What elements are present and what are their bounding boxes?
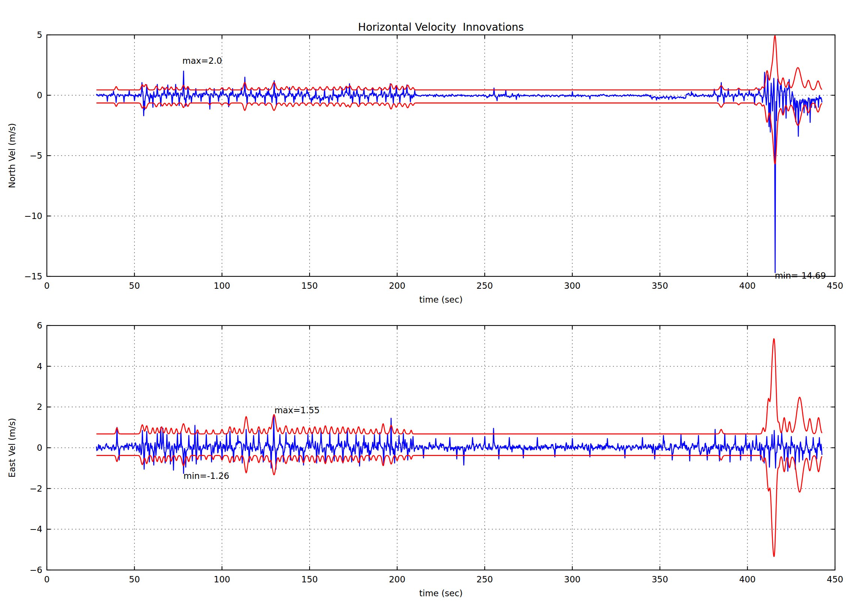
svg-text:450: 450 bbox=[827, 575, 843, 584]
svg-text:−5: −5 bbox=[29, 151, 42, 160]
svg-text:−10: −10 bbox=[24, 211, 42, 221]
svg-text:250: 250 bbox=[476, 575, 493, 584]
svg-text:200: 200 bbox=[389, 575, 406, 584]
svg-text:0: 0 bbox=[44, 281, 50, 291]
svg-text:−6: −6 bbox=[29, 565, 42, 575]
svg-text:200: 200 bbox=[389, 281, 406, 291]
svg-text:150: 150 bbox=[301, 281, 318, 291]
svg-text:100: 100 bbox=[214, 281, 230, 291]
east-annotation-max: max=1.55 bbox=[274, 405, 320, 415]
svg-text:5: 5 bbox=[37, 30, 42, 40]
north-annotation-max: max=2.0 bbox=[183, 56, 222, 65]
svg-text:400: 400 bbox=[739, 281, 756, 291]
svg-text:4: 4 bbox=[37, 362, 42, 371]
north-xaxis-label: time (sec) bbox=[419, 295, 463, 304]
svg-text:−2: −2 bbox=[29, 484, 42, 494]
svg-text:2: 2 bbox=[37, 402, 42, 412]
svg-text:50: 50 bbox=[129, 575, 140, 584]
svg-text:350: 350 bbox=[652, 575, 668, 584]
svg-text:50: 50 bbox=[129, 281, 140, 291]
east-yaxis-label: East Vel (m/s) bbox=[7, 418, 17, 478]
svg-text:300: 300 bbox=[564, 281, 581, 291]
svg-text:−4: −4 bbox=[29, 524, 42, 534]
svg-text:300: 300 bbox=[564, 575, 581, 584]
svg-text:250: 250 bbox=[476, 281, 493, 291]
figure-background bbox=[0, 0, 868, 609]
svg-text:0: 0 bbox=[44, 575, 50, 584]
svg-text:350: 350 bbox=[652, 281, 668, 291]
svg-text:400: 400 bbox=[739, 575, 756, 584]
horizontal-velocity-innovations-chart: 05010015020025030035040045050−5−10−15tim… bbox=[0, 0, 868, 609]
east-xaxis-label: time (sec) bbox=[419, 588, 463, 598]
chart-title: Horizontal Velocity Innovations bbox=[358, 21, 524, 33]
svg-text:100: 100 bbox=[214, 575, 230, 584]
svg-text:0: 0 bbox=[37, 443, 42, 453]
svg-text:6: 6 bbox=[37, 321, 42, 330]
east-annotation-min: min=-1.26 bbox=[184, 471, 229, 481]
svg-text:0: 0 bbox=[37, 90, 42, 100]
figure: 05010015020025030035040045050−5−10−15tim… bbox=[0, 0, 868, 609]
svg-text:450: 450 bbox=[827, 281, 843, 291]
svg-text:−15: −15 bbox=[24, 272, 42, 281]
svg-text:150: 150 bbox=[301, 575, 318, 584]
north-yaxis-label: North Vel (m/s) bbox=[7, 123, 17, 188]
north-annotation-min: min=-14.69 bbox=[775, 271, 826, 281]
